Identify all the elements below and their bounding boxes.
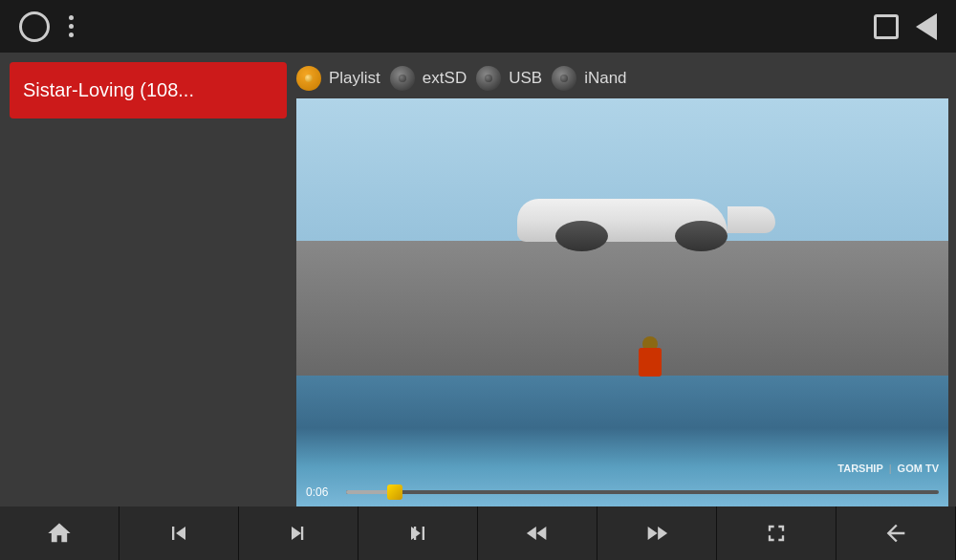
tab-usb[interactable]: USB <box>476 66 542 91</box>
right-panel: Playlist extSD USB iNand <box>296 53 956 506</box>
tab-indicator-extsd <box>390 66 415 91</box>
video-player[interactable]: TARSHIP | GOM TV 0:06 <box>296 98 948 506</box>
main-area: Sistar-Loving (108... Playlist extSD USB <box>0 53 956 506</box>
engine-left <box>555 221 608 251</box>
progress-bar-container[interactable]: 0:06 <box>306 485 939 499</box>
dot-3 <box>69 32 74 37</box>
progress-track[interactable] <box>346 490 939 494</box>
square-icon[interactable] <box>874 14 899 39</box>
dots-icon[interactable] <box>69 15 74 37</box>
tab-label-inand: iNand <box>584 69 626 88</box>
home-button[interactable] <box>0 506 120 560</box>
sidebar: Sistar-Loving (108... <box>0 53 296 506</box>
status-bar-right <box>874 13 937 40</box>
tab-indicator-usb <box>476 66 501 91</box>
now-playing-text: Sistar-Loving (108... <box>23 79 194 100</box>
airplane-nose <box>728 206 775 233</box>
airplane <box>498 180 747 256</box>
back-icon[interactable] <box>916 13 937 40</box>
progress-thumb[interactable] <box>387 485 402 500</box>
rewind-button[interactable] <box>478 506 598 560</box>
tab-label-extsd: extSD <box>423 69 467 88</box>
tab-label-playlist: Playlist <box>329 69 380 88</box>
dot-2 <box>69 24 74 29</box>
tab-extsd[interactable]: extSD <box>390 66 467 91</box>
home-icon <box>46 520 73 547</box>
step-forward-icon <box>285 520 312 547</box>
skip-back-icon <box>165 520 192 547</box>
dot-1 <box>69 15 74 20</box>
engine-right <box>675 221 728 251</box>
tab-playlist[interactable]: Playlist <box>296 66 380 91</box>
watermark: TARSHIP | GOM TV <box>837 463 939 474</box>
watermark-brand1: TARSHIP <box>837 463 882 474</box>
current-time: 0:06 <box>306 485 337 499</box>
scene-tarmac <box>296 241 948 383</box>
tab-label-usb: USB <box>509 69 542 88</box>
worker-body <box>639 348 662 377</box>
tab-indicator-playlist <box>296 66 321 91</box>
fast-forward-icon <box>643 520 670 547</box>
status-bar <box>0 0 956 53</box>
tab-indicator-inand <box>552 66 576 91</box>
tab-inand[interactable]: iNand <box>552 66 626 91</box>
circle-icon <box>19 11 50 42</box>
skip-forward-icon <box>404 520 431 547</box>
fullscreen-icon <box>763 520 790 547</box>
tab-bar: Playlist extSD USB iNand <box>296 60 948 98</box>
video-scene: TARSHIP | GOM TV 0:06 <box>296 98 948 506</box>
now-playing-item[interactable]: Sistar-Loving (108... <box>10 62 287 118</box>
progress-fill <box>346 490 394 494</box>
fast-forward-button[interactable] <box>598 506 717 560</box>
return-icon <box>882 520 909 547</box>
return-button[interactable] <box>836 506 956 560</box>
skip-forward-button[interactable] <box>358 506 478 560</box>
status-bar-left <box>19 11 74 42</box>
skip-back-button[interactable] <box>120 506 239 560</box>
watermark-brand2: GOM TV <box>898 463 939 474</box>
fullscreen-button[interactable] <box>717 506 836 560</box>
controls-bar <box>0 506 956 560</box>
watermark-sep: | <box>889 463 892 474</box>
rewind-icon <box>524 520 551 547</box>
step-forward-button[interactable] <box>239 506 358 560</box>
worker <box>636 336 664 384</box>
